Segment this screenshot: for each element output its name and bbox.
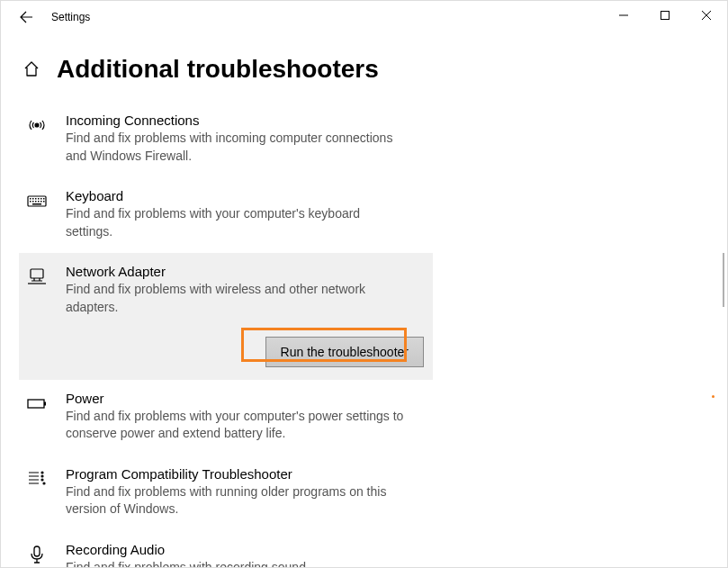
svg-rect-10: [32, 201, 34, 203]
troubleshooter-network-adapter[interactable]: Network Adapter Find and fix problems wi…: [19, 253, 433, 329]
troubleshooter-desc: Find and fix problems with incoming comp…: [66, 130, 408, 165]
svg-rect-5: [35, 198, 37, 200]
svg-point-22: [43, 482, 45, 484]
svg-rect-0: [661, 12, 670, 20]
incoming-connections-icon: [26, 113, 55, 165]
troubleshooter-title: Recording Audio: [66, 542, 408, 557]
minimize-button[interactable]: [603, 1, 644, 30]
troubleshooter-desc: Find and fix problems with your computer…: [66, 205, 408, 240]
troubleshooter-desc: Find and fix problems with your computer…: [66, 408, 408, 443]
troubleshooter-title: Power: [66, 391, 408, 406]
keyboard-icon: [26, 188, 55, 240]
run-troubleshooter-button[interactable]: Run the troubleshooter: [265, 337, 424, 367]
content-area: Incoming Connections Find and fix proble…: [1, 102, 727, 568]
svg-rect-15: [32, 203, 41, 205]
svg-point-19: [41, 472, 43, 473]
svg-rect-9: [30, 201, 31, 203]
maximize-icon: [661, 11, 670, 20]
close-icon: [702, 11, 711, 20]
scrollbar[interactable]: [723, 253, 724, 307]
svg-point-20: [41, 475, 43, 477]
home-icon[interactable]: [22, 60, 40, 78]
minimize-icon: [619, 11, 628, 20]
troubleshooter-power[interactable]: Power Find and fix problems with your co…: [19, 380, 433, 455]
network-adapter-icon: [26, 264, 55, 316]
svg-rect-18: [44, 401, 46, 405]
svg-rect-4: [32, 198, 34, 200]
troubleshooter-desc: Find and fix problems with running older…: [66, 483, 408, 518]
troubleshooter-recording-audio[interactable]: Recording Audio Find and fix problems wi…: [19, 531, 433, 568]
troubleshooter-title: Keyboard: [66, 188, 408, 203]
program-compatibility-icon: [26, 466, 55, 518]
svg-rect-12: [38, 201, 40, 203]
page-header: Additional troubleshooters: [1, 33, 727, 102]
svg-point-21: [41, 479, 43, 481]
decorative-dot: [712, 395, 715, 398]
maximize-button[interactable]: [644, 1, 686, 30]
close-button[interactable]: [686, 1, 727, 30]
troubleshooter-program-compatibility[interactable]: Program Compatibility Troubleshooter Fin…: [19, 455, 433, 531]
svg-rect-13: [40, 201, 42, 203]
troubleshooter-title: Incoming Connections: [66, 113, 408, 128]
troubleshooter-desc: Find and fix problems with wireless and …: [66, 281, 408, 316]
svg-rect-17: [28, 400, 44, 408]
back-button[interactable]: [15, 6, 37, 28]
troubleshooter-desc: Find and fix problems with recording sou…: [66, 559, 408, 568]
svg-point-1: [35, 123, 39, 127]
recording-audio-icon: [26, 542, 55, 568]
troubleshooter-title: Program Compatibility Troubleshooter: [66, 466, 408, 482]
svg-rect-7: [40, 198, 42, 200]
window-controls: [603, 1, 727, 30]
svg-rect-8: [43, 198, 45, 200]
back-arrow-icon: [19, 10, 33, 24]
power-icon: [26, 391, 55, 443]
troubleshooter-keyboard[interactable]: Keyboard Find and fix problems with your…: [19, 177, 433, 253]
svg-rect-3: [30, 198, 31, 200]
window-title: Settings: [51, 11, 90, 23]
svg-rect-14: [43, 201, 45, 203]
svg-rect-6: [38, 198, 40, 200]
svg-rect-16: [31, 269, 43, 278]
svg-rect-11: [35, 201, 37, 203]
troubleshooter-incoming-connections[interactable]: Incoming Connections Find and fix proble…: [19, 102, 433, 177]
page-title: Additional troubleshooters: [57, 55, 379, 84]
svg-rect-23: [34, 546, 40, 556]
run-button-container: Run the troubleshooter: [19, 329, 433, 380]
troubleshooter-title: Network Adapter: [66, 264, 408, 279]
